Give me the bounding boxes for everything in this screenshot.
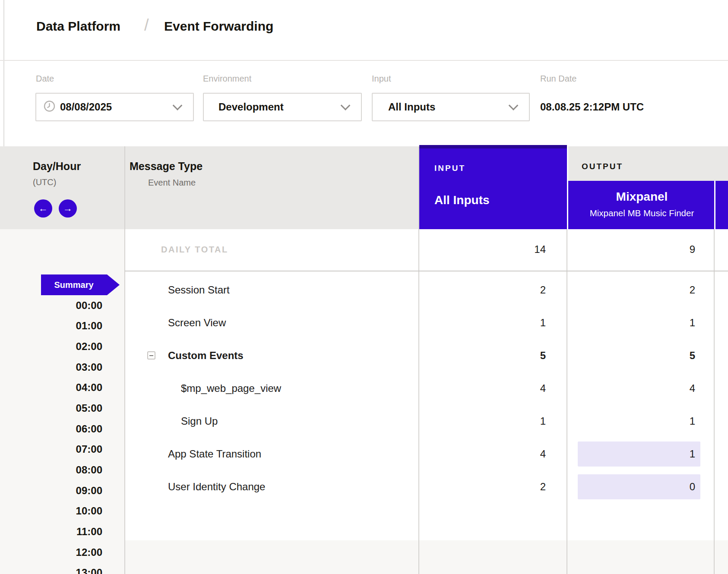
minus-icon bbox=[149, 355, 153, 356]
collapse-toggle[interactable] bbox=[147, 351, 155, 360]
partial-column-divider bbox=[714, 229, 715, 574]
run-date-label: Run Date bbox=[540, 73, 577, 84]
message-type-subtitle: Event Name bbox=[148, 177, 196, 188]
row-input-value: 1 bbox=[511, 415, 546, 428]
day-hour-header: Day/Hour bbox=[33, 160, 81, 173]
row-output-value: 1 bbox=[661, 316, 695, 329]
row-label: Session Start bbox=[168, 284, 230, 296]
hour-row-08[interactable]: 08:00 bbox=[42, 464, 102, 476]
hour-row-07[interactable]: 07:00 bbox=[42, 443, 102, 456]
clock-icon bbox=[44, 101, 55, 114]
hour-row-12[interactable]: 12:00 bbox=[42, 546, 102, 559]
row-output-value: 1 bbox=[661, 415, 695, 428]
table-footer-area bbox=[125, 540, 728, 574]
row-input-value: 2 bbox=[511, 284, 546, 296]
hour-row-02[interactable]: 02:00 bbox=[42, 340, 102, 353]
day-hour-subtitle: (UTC) bbox=[33, 177, 56, 187]
previous-day-button[interactable]: ← bbox=[34, 199, 52, 218]
row-label: Custom Events bbox=[168, 349, 244, 362]
chevron-down-icon bbox=[509, 101, 519, 110]
hour-row-09[interactable]: 09:00 bbox=[42, 484, 102, 497]
breadcrumb-data-platform[interactable]: Data Platform bbox=[36, 17, 120, 35]
row-label: $mp_web_page_view bbox=[181, 382, 281, 395]
row-output-value: 2 bbox=[661, 284, 695, 296]
daily-total-output-value: 9 bbox=[661, 243, 695, 256]
hour-row-03[interactable]: 03:00 bbox=[42, 361, 102, 374]
input-column-accent-strip bbox=[419, 145, 567, 148]
row-label: User Identity Change bbox=[168, 480, 265, 493]
row-label: Sign Up bbox=[181, 415, 218, 428]
environment-dropdown[interactable]: Development bbox=[203, 93, 362, 121]
hour-row-13[interactable]: 13:00 bbox=[42, 566, 102, 574]
hour-row-05[interactable]: 05:00 bbox=[42, 402, 102, 415]
summary-row-selector[interactable]: Summary bbox=[41, 274, 120, 295]
chevron-down-icon bbox=[173, 101, 183, 110]
daily-total-input-value: 14 bbox=[511, 243, 546, 256]
hour-row-00[interactable]: 00:00 bbox=[42, 299, 102, 312]
arrow-left-icon: ← bbox=[38, 203, 48, 214]
row-label: Screen View bbox=[168, 316, 226, 329]
output-section-label: OUTPUT bbox=[582, 161, 623, 172]
input-column-name: All Inputs bbox=[434, 193, 490, 207]
arrow-right-icon: → bbox=[63, 203, 73, 214]
header-divider bbox=[0, 60, 728, 61]
daily-total-label: DAILY TOTAL bbox=[161, 244, 228, 255]
row-output-value: 4 bbox=[661, 382, 695, 395]
input-filter-label: Input bbox=[372, 73, 391, 84]
input-column-divider bbox=[418, 146, 419, 574]
date-filter-label: Date bbox=[36, 73, 54, 84]
input-column-header[interactable]: INPUT All Inputs bbox=[419, 145, 568, 230]
row-output-value: 0 bbox=[661, 480, 695, 493]
row-input-value: 4 bbox=[511, 448, 546, 460]
row-input-value: 5 bbox=[511, 349, 546, 362]
chevron-down-icon bbox=[341, 101, 351, 110]
environment-value: Development bbox=[218, 101, 284, 113]
date-dropdown[interactable]: 08/08/2025 bbox=[35, 93, 194, 121]
breadcrumb-separator: / bbox=[144, 14, 149, 36]
output-column-header-partial[interactable] bbox=[714, 181, 728, 230]
hour-row-01[interactable]: 01:00 bbox=[42, 319, 102, 332]
date-value: 08/08/2025 bbox=[60, 101, 112, 113]
event-forwarding-page: Data Platform / Event Forwarding Date En… bbox=[0, 0, 728, 574]
run-date-value: 08.08.25 2:12PM UTC bbox=[540, 93, 644, 121]
output-column-subtitle: Mixpanel MB Music Finder bbox=[568, 208, 715, 218]
output-column-header-mixpanel[interactable]: Mixpanel Mixpanel MB Music Finder bbox=[567, 181, 715, 230]
input-section-label: INPUT bbox=[434, 163, 465, 173]
output-column-divider bbox=[567, 229, 567, 574]
row-output-value: 5 bbox=[661, 349, 695, 362]
environment-filter-label: Environment bbox=[203, 73, 251, 84]
next-day-button[interactable]: → bbox=[59, 199, 77, 218]
hour-row-10[interactable]: 10:00 bbox=[42, 505, 102, 517]
sidebar-divider bbox=[124, 146, 125, 574]
hour-row-04[interactable]: 04:00 bbox=[42, 381, 102, 394]
input-dropdown[interactable]: All Inputs bbox=[372, 93, 530, 121]
row-output-value: 1 bbox=[661, 448, 695, 460]
output-column-name: Mixpanel bbox=[568, 190, 715, 204]
hour-row-11[interactable]: 11:00 bbox=[42, 525, 102, 538]
message-type-header: Message Type bbox=[130, 160, 203, 173]
page-title: Event Forwarding bbox=[164, 17, 273, 35]
daily-total-divider bbox=[125, 271, 728, 271]
hour-row-06[interactable]: 06:00 bbox=[42, 423, 102, 435]
row-label: App State Transition bbox=[168, 448, 261, 460]
row-input-value: 4 bbox=[511, 382, 546, 395]
input-value: All Inputs bbox=[388, 101, 435, 113]
row-input-value: 1 bbox=[511, 316, 546, 329]
row-input-value: 2 bbox=[511, 480, 546, 493]
